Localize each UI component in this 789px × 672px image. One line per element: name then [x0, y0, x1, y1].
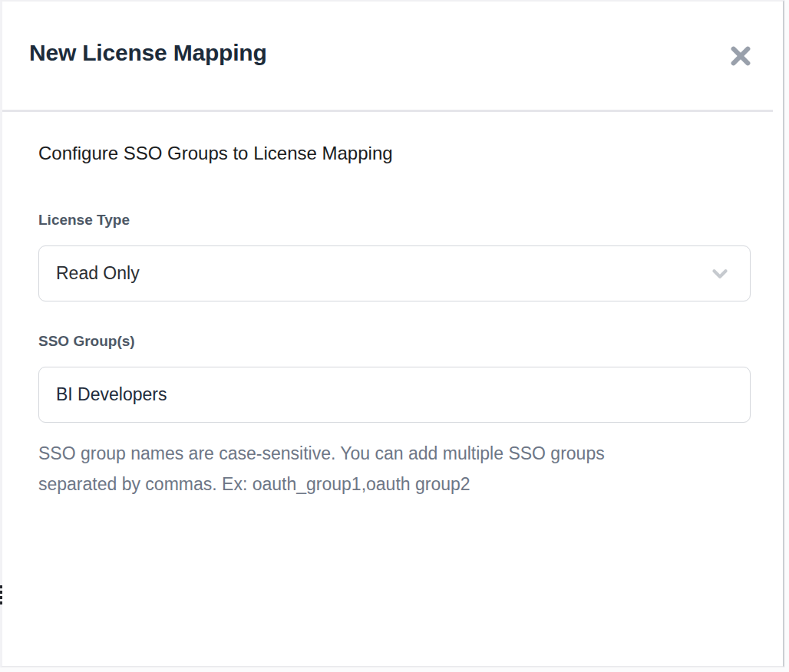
section-heading: Configure SSO Groups to License Mapping: [38, 143, 749, 164]
help-line-1: SSO group names are case-sensitive. You …: [38, 438, 714, 469]
sso-groups-help-text: SSO group names are case-sensitive. You …: [38, 438, 714, 499]
background-list-icon-dash: [0, 585, 2, 588]
dialog-body: Configure SSO Groups to License Mapping …: [2, 112, 783, 666]
license-type-selected-value: Read Only: [56, 263, 708, 284]
background-list-icon-dash: [0, 591, 2, 594]
background-list-icon: [0, 585, 2, 607]
help-line-2: separated by commas. Ex: oauth_group1,oa…: [38, 469, 714, 499]
dialog-title: New License Mapping: [29, 40, 267, 66]
background-list-icon-dash: [0, 601, 2, 604]
chevron-down-icon: [708, 262, 731, 285]
sso-groups-input[interactable]: [38, 367, 751, 423]
license-type-select[interactable]: Read Only: [38, 245, 751, 301]
background-list-icon-dash: [0, 596, 2, 599]
close-button[interactable]: [726, 41, 755, 71]
dialog-header: New License Mapping: [2, 2, 783, 110]
sso-groups-label: SSO Group(s): [38, 333, 749, 350]
x-icon: [728, 44, 753, 68]
page-background: New License Mapping Configure SSO Groups…: [0, 0, 789, 672]
new-license-mapping-dialog: New License Mapping Configure SSO Groups…: [0, 0, 784, 667]
license-type-label: License Type: [38, 212, 749, 229]
